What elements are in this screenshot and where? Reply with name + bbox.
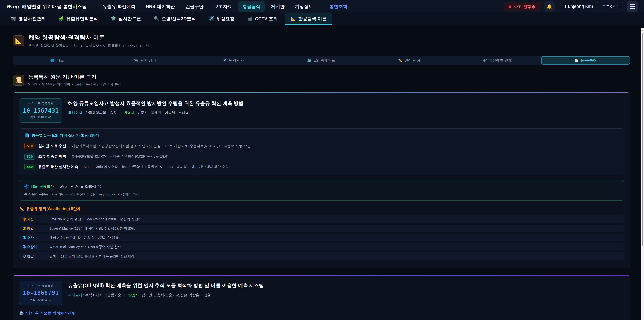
main-content: 📐 해양 항공탐색·원격탐사 이론 유출유 원격탐지·항공감시 기법·ESI 방… (0, 25, 644, 320)
subnav-label: 위성요청 (216, 16, 234, 22)
optimization-header: ⚙️ 입자 추적 모듈 최적화 5단계 (19, 310, 624, 316)
inventor-label: 발명자 (128, 293, 139, 297)
section-subtitle: WING 탑재 유출유 확산예측 시스템의 특허 원전 2건 전체 분석 (28, 82, 122, 87)
tab-area-calculation[interactable]: ✏️ 면적 산정 (365, 56, 453, 65)
bookmark-tabs-icon: 📑 (574, 58, 578, 62)
camera-icon: 📷 (11, 16, 16, 21)
meta-separator: | (120, 111, 120, 115)
meta-separator: | (124, 293, 125, 297)
weathering-section: ✏️ 유출유 풍화(Weathering) 5단계 ① 퍼짐 Fay(1969)… (19, 206, 624, 260)
nav-item-oil-spill-prediction[interactable]: 유출유 확산예측 (98, 1, 140, 12)
subnav-item-satellite-request[interactable]: ✈️ 위성요청 (203, 13, 240, 25)
scrollbar-up-arrow[interactable] (641, 28, 644, 33)
weathering-label: ② 증발 (23, 226, 48, 231)
pencil-icon: ✏️ (398, 58, 402, 62)
claims-header-text: 청구항 1 — ESI 기반 실시간 확산 3단계 (31, 133, 100, 138)
triangle-ruler-icon: 📐 (15, 38, 22, 44)
weathering-desc: 용해·미생물 분해. 질량 손실률 = 초기 누유량에 선형 비례 (50, 254, 135, 258)
drone-icon: 🛸 (111, 16, 116, 21)
page-icon-tile: 📐 (13, 36, 24, 47)
weathering-desc: 쇄파 기인. 파도에너지·풍속 함수. 전체 약 15% (50, 235, 118, 240)
nav-item-integrated-search[interactable]: 통합조회 (325, 1, 352, 12)
tab-detection-equipment[interactable]: 🛰️ 탐지 장비 (101, 56, 189, 65)
patent2-number: 10-1868791 (23, 289, 59, 296)
magnifier-icon: 🔍 (154, 16, 159, 21)
subnav-item-pollution-ship-3d[interactable]: 🔍 오염/선박3D분석 (148, 13, 202, 25)
section-header: 📜 등록특허 원문 기반 이론 근거 WING 탑재 유출유 확산예측 시스템의… (13, 73, 630, 87)
subnav-label: 오염/선박3D분석 (162, 16, 196, 22)
tab-esi-map[interactable]: 🗺️ ESI 방제지도 (277, 56, 365, 65)
nav-item-weather-info[interactable]: 기상정보 (291, 1, 317, 12)
airplane-icon: ✈️ (209, 16, 214, 21)
puzzle-icon: 🧩 (58, 16, 64, 21)
nav-item-aerial-search[interactable]: 항공탐색 (238, 1, 265, 12)
patent2-number-badge: 대한민국 등록특허 10-1868791 등록: 2018.06.12 (19, 280, 62, 305)
page-subtitle: 유출유 원격탐지·항공감시 기법·ESI 방제정보지도·등록특허 10-1567… (28, 44, 150, 48)
owner-value: : 주식회사 아라종합기술 (83, 293, 122, 297)
step-title: 실시간 자료 수신 (38, 144, 66, 148)
tab-remote-sensing[interactable]: ✈️ 원격탐사 (189, 56, 277, 65)
weathering-desc: Water-in-oil. Mackay et al.(1980) 풍속·수분 … (50, 245, 121, 249)
weathering-label: ⑤ 침강 (23, 254, 48, 258)
nav-item-board[interactable]: 게시판 (267, 1, 289, 12)
weathering-row-emulsification: ④ 유상화 Water-in-oil. Mackay et al.(1980) … (19, 243, 624, 250)
fbm-box: 🌀 fBm 난류확산 | σ²(t) = A·tᵐ, m=0.45~2.46 분… (19, 180, 624, 200)
subnav-item-aerial-search-theory[interactable]: 📐 항공탐색 이론 (285, 13, 332, 25)
weathering-label: ① 퍼짐 (23, 217, 48, 221)
claims-box: 📘 청구항 1 — ESI 기반 실시간 확산 3단계 S10 실시간 자료 수… (19, 128, 624, 175)
subnav-item-image-photo-management[interactable]: 📷 영상사진관리 (5, 13, 51, 25)
section-icon-tile: 📜 (13, 75, 24, 86)
header-divider (92, 3, 93, 10)
patent-card-1: 대한민국 등록특허 10-1567431 등록: 2015.11.03 해양 유… (13, 92, 630, 268)
tab-label: 논문·특허 (580, 58, 596, 63)
nav-item-hns-diffusion[interactable]: HNS·대기확산 (142, 1, 179, 12)
system-title: 해양환경 위기대응 통합시스템 (22, 3, 87, 10)
notification-button[interactable]: 🔔 (544, 1, 554, 12)
weathering-desc: Stiver & Mackay(1984) 해석적 방법. 수일~10일간 약 … (50, 226, 135, 231)
subnav-label: 항공탐색 이론 (298, 16, 327, 22)
subnav-item-oil-area-analysis[interactable]: 🧩 유출유면적분석 (53, 13, 104, 25)
subnav-item-cctv-view[interactable]: 📹 CCTV 조회 (242, 13, 283, 25)
subnav-label: CCTV 조회 (255, 16, 278, 22)
section-title: 등록특허 원문 기반 이론 근거 (28, 73, 122, 80)
vertical-scrollbar (641, 28, 644, 320)
optimization-section: ⚙️ 입자 추적 모듈 최적화 5단계 (a) 뜰개 관측 + 예측자료 취득 … (19, 310, 624, 320)
owner-label: 특허권자 (68, 293, 82, 297)
optimization-header-text: 입자 추적 모듈 최적화 5단계 (26, 310, 75, 316)
satellite-icon: 🛰️ (134, 58, 138, 62)
fbm-desc: 분수 브라운운동(fBm) 기반 무작위 확산거리 생성. 등방성(isotro… (24, 192, 619, 197)
step-desc: — Monte Carlo 입자추적 + fBm 난류확산 + 풍화 5단계 →… (79, 165, 228, 169)
theory-tab-bar: 🌐 개요 🛰️ 탐지 장비 ✈️ 원격탐사 🗺️ ESI 방제지도 ✏️ 면적 … (13, 56, 630, 65)
map-icon: 🗺️ (307, 58, 312, 62)
triangle-ruler-icon: 📐 (290, 16, 296, 21)
tab-overview[interactable]: 🌐 개요 (13, 56, 101, 65)
nav-item-emergency-rescue[interactable]: 긴급구난 (182, 1, 208, 12)
page-title: 해양 항공탐색·원격탐사 이론 (28, 34, 150, 42)
scrollbar-thumb[interactable] (642, 33, 644, 246)
airplane-icon: ✈️ (223, 58, 227, 62)
patent1-title: 해양 유류오염사고 발생시 효율적인 방제방안 수립을 위한 유출유 확산 예측… (68, 100, 244, 107)
tab-diffusion-link[interactable]: 🔗 확산예측 연계 (453, 56, 541, 65)
nav-item-reports[interactable]: 보고자료 (210, 1, 236, 12)
fbm-formula: σ²(t) = A·tᵐ, m=0.45~2.46 (60, 184, 102, 189)
top-header: Wing 해양환경 위기대응 통합시스템 유출유 확산예측 HNS·대기확산 긴… (0, 0, 644, 13)
brand: Wing 해양환경 위기대응 통합시스템 (6, 3, 87, 10)
patent1-meta: 특허권자 : 한국해양과학기술원 | 발명자 : 이문진 · 김혜진 · 이승현… (68, 110, 244, 115)
video-camera-icon: 📹 (247, 16, 252, 21)
step-badge-s10: S10 (24, 143, 35, 149)
patent2-title: 유출유(Oil spill) 확산 예측을 위한 입자 추적 모듈 최적화 방법… (68, 282, 264, 289)
fbm-separator: | (56, 184, 57, 189)
tab-papers-patents[interactable]: 📑 논문·특허 (541, 56, 630, 65)
claim-step-s30: S30 유출유 확산 실시간 예측 — Monte Carlo 입자추적 + f… (24, 164, 618, 170)
inventor-label: 발명자 (124, 111, 134, 115)
menu-button[interactable] (627, 1, 638, 12)
step-title: 조류·취송류 예측 (38, 154, 66, 158)
weathering-row-spreading: ① 퍼짐 Fay(1969): 중력-관성력, Mackay et al.(19… (19, 215, 624, 223)
patent1-header: 대한민국 등록특허 10-1567431 등록: 2015.11.03 해양 유… (19, 98, 624, 123)
step-desc: — CHARRY모델 조화분석 + 취송류 경험식(0.029×Vw, θw+1… (67, 154, 170, 158)
subnav-item-realtime-drone[interactable]: 🛸 실시간드론 (105, 13, 147, 25)
tab-label: 면적 산정 (404, 58, 420, 63)
logout-button[interactable]: 로그아웃 (597, 2, 623, 12)
bell-icon: 🔔 (546, 4, 552, 10)
claim-step-s10: S10 실시간 자료 수신 — 기상예측시스템·위성영상수신시스템·검조소 인터… (24, 143, 618, 149)
